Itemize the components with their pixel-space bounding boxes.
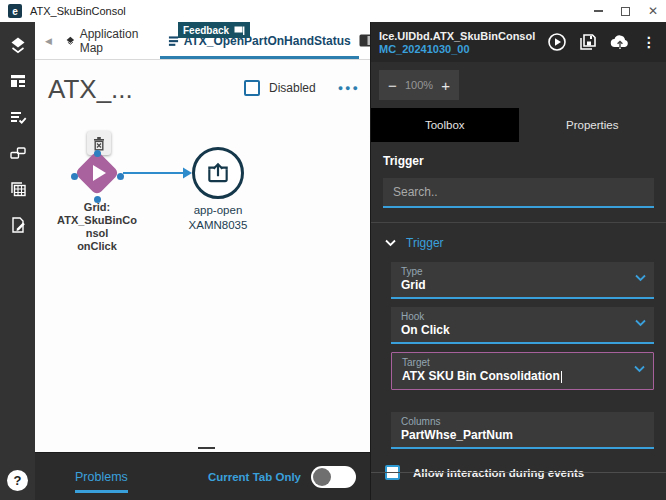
save-icon[interactable] — [578, 32, 598, 52]
window-title: ATX_SkuBinConsol — [30, 5, 126, 17]
feedback-badge[interactable]: Feedback — [178, 22, 250, 38]
inspector-panel: Ice.UIDbd.ATX_SkuBinConsol MC_20241030_0… — [370, 22, 666, 500]
panel-resize-handle[interactable] — [198, 447, 215, 450]
left-sidebar: ? — [0, 22, 35, 500]
field-label: Target — [402, 357, 627, 368]
field-value: PartWhse_PartNum — [401, 428, 644, 442]
field-value: Grid — [401, 278, 628, 292]
field-label: Hook — [401, 311, 628, 322]
tab-problems[interactable]: Problems — [75, 460, 128, 493]
page-editor-icon[interactable] — [8, 215, 28, 235]
action-node-label: app-open XAMN8035 — [168, 203, 268, 233]
problems-bar: Problems Current Tab Only — [35, 452, 370, 500]
chevron-down-icon — [385, 239, 396, 247]
help-icon[interactable]: ? — [7, 470, 28, 491]
field-value: On Click — [401, 323, 628, 337]
app-map-icon[interactable] — [8, 35, 28, 55]
zoom-level: 100% — [405, 79, 433, 91]
inspector-version-link[interactable]: MC_20241030_00 — [379, 43, 535, 55]
canvas-page-title: ATX_... — [48, 74, 133, 105]
inspector-title: Ice.UIDbd.ATX_SkuBinConsol — [379, 30, 535, 42]
port-top[interactable] — [94, 150, 101, 157]
tab-label: Application Map — [80, 27, 142, 55]
inspector-body: Trigger Trigger Type Grid Hook On Click — [371, 142, 666, 480]
divider — [371, 472, 666, 473]
flag-icon — [234, 26, 245, 35]
trigger-group-header[interactable]: Trigger — [385, 236, 654, 250]
app-open-icon — [205, 160, 231, 186]
hook-field[interactable]: Hook On Click — [391, 307, 654, 344]
type-field[interactable]: Type Grid — [391, 262, 654, 299]
trash-icon — [92, 136, 106, 151]
grid-table-icon[interactable] — [8, 179, 28, 199]
app-logo-icon: e — [8, 4, 22, 18]
trigger-node-label: Grid: ATX_SkuBinCo nsol onClick — [49, 201, 145, 253]
designer-main: Feedback ◀ Application Map ATX_OpenPartO… — [35, 22, 370, 500]
run-preview-icon[interactable] — [547, 32, 567, 52]
app-window: e ATX_SkuBinConsol ✕ ? — [0, 0, 666, 500]
text-caret — [561, 371, 563, 383]
chevron-down-icon — [634, 365, 645, 373]
zoom-in-button[interactable]: + — [441, 78, 450, 93]
toggle-knob — [313, 468, 331, 486]
workflow-icon[interactable] — [8, 143, 28, 163]
flow-canvas[interactable]: ATX_... Disabled ●●● — [35, 60, 370, 452]
document-tab-strip: Feedback ◀ Application Map ATX_OpenPartO… — [35, 22, 370, 60]
inspector-tabs: Toolbox Properties — [371, 108, 666, 142]
tab-toolbox[interactable]: Toolbox — [371, 108, 519, 142]
zoom-out-button[interactable]: − — [388, 78, 397, 93]
tab-application-map[interactable]: Application Map — [58, 22, 150, 59]
tab-scroll-left-icon[interactable]: ◀ — [45, 36, 52, 46]
inspector-header: Ice.UIDbd.ATX_SkuBinConsol MC_20241030_0… — [371, 22, 666, 62]
action-node[interactable] — [192, 147, 244, 199]
field-value: ATX SKU Bin Consolidation — [402, 369, 627, 383]
page-layout-icon[interactable] — [8, 71, 28, 91]
target-field[interactable]: Target ATX SKU Bin Consolidation — [391, 352, 654, 390]
publish-cloud-icon[interactable] — [609, 33, 631, 51]
current-tab-only-label: Current Tab Only — [208, 471, 301, 483]
maximize-icon[interactable] — [621, 7, 630, 16]
search-input[interactable] — [383, 178, 654, 208]
application-map-icon — [66, 34, 75, 47]
disabled-checkbox-label: Disabled — [269, 81, 316, 95]
tab-properties[interactable]: Properties — [519, 108, 666, 142]
field-label: Type — [401, 266, 628, 277]
layout-stack-icon — [168, 35, 179, 47]
trigger-group-label: Trigger — [406, 236, 444, 250]
play-icon — [93, 165, 106, 181]
kebab-menu-icon[interactable]: ⋮ — [642, 35, 656, 49]
section-heading: Trigger — [383, 154, 654, 168]
task-list-icon[interactable] — [8, 107, 28, 127]
chevron-down-icon — [635, 274, 646, 282]
columns-field[interactable]: Columns PartWhse_PartNum — [391, 412, 654, 449]
disabled-checkbox[interactable] — [244, 80, 260, 96]
divider — [371, 222, 666, 223]
feedback-badge-label: Feedback — [183, 25, 229, 36]
connection-arrow — [121, 163, 195, 183]
field-label: Columns — [401, 416, 644, 427]
zoom-controls: − 100% + — [371, 62, 666, 108]
more-options-icon[interactable]: ●●● — [338, 83, 360, 93]
minimize-icon[interactable] — [594, 10, 603, 12]
title-bar: e ATX_SkuBinConsol ✕ — [0, 0, 666, 22]
current-tab-only-toggle[interactable] — [311, 466, 356, 488]
close-icon[interactable]: ✕ — [648, 5, 658, 17]
chevron-down-icon — [635, 319, 646, 327]
port-left[interactable] — [71, 173, 78, 180]
